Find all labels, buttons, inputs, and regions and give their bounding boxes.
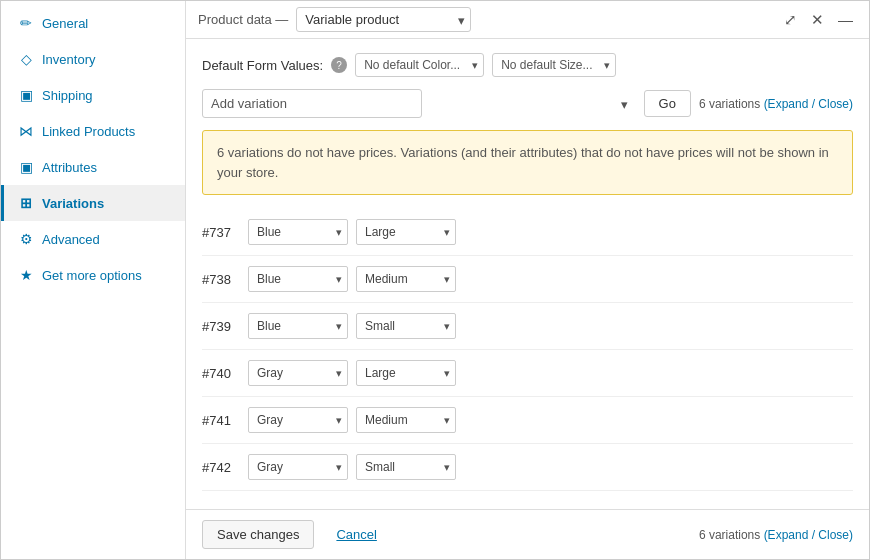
variations-count-top: 6 variations (Expand / Close) (699, 97, 853, 111)
warning-box: 6 variations do not have prices. Variati… (202, 130, 853, 195)
color-dropdown[interactable]: No default Color... Blue Gray (355, 53, 484, 77)
collapse-icon-btn[interactable]: — (834, 9, 857, 31)
warning-message: 6 variations do not have prices. Variati… (217, 145, 829, 180)
size-select[interactable]: LargeMediumSmall (356, 407, 456, 433)
variation-id: #740 (202, 366, 240, 381)
add-variation-select[interactable]: Add variation Create variations from all… (202, 89, 422, 118)
table-row: #738BlueGrayLargeMediumSmall (202, 256, 853, 303)
variation-id: #739 (202, 319, 240, 334)
sidebar-item-label: Variations (42, 196, 104, 211)
color-select-wrapper: BlueGray (248, 266, 348, 292)
size-select[interactable]: LargeMediumSmall (356, 266, 456, 292)
header-bar: Product data — Variable product Simple p… (186, 1, 869, 39)
sidebar: ✏ General ◇ Inventory ▣ Shipping ⋈ Linke… (1, 1, 186, 559)
variation-id: #738 (202, 272, 240, 287)
color-select[interactable]: BlueGray (248, 360, 348, 386)
sidebar-item-inventory[interactable]: ◇ Inventory (1, 41, 185, 77)
sidebar-item-general[interactable]: ✏ General (1, 5, 185, 41)
table-row: #737BlueGrayLargeMediumSmall (202, 209, 853, 256)
shipping-icon: ▣ (18, 87, 34, 103)
sidebar-item-label: Inventory (42, 52, 95, 67)
sidebar-item-attributes[interactable]: ▣ Attributes (1, 149, 185, 185)
go-button[interactable]: Go (644, 90, 691, 117)
color-select[interactable]: BlueGray (248, 454, 348, 480)
sidebar-item-get-more-options[interactable]: ★ Get more options (1, 257, 185, 293)
close-icon-btn[interactable]: ✕ (807, 9, 828, 31)
expand-close-bottom[interactable]: (Expand / Close) (764, 528, 853, 542)
sidebar-item-label: Linked Products (42, 124, 135, 139)
size-select[interactable]: LargeMediumSmall (356, 360, 456, 386)
default-form-values-label: Default Form Values: (202, 58, 323, 73)
product-type-wrapper: Variable product Simple product Grouped … (296, 7, 471, 32)
size-select[interactable]: LargeMediumSmall (356, 454, 456, 480)
sidebar-item-advanced[interactable]: ⚙ Advanced (1, 221, 185, 257)
main-panel: Product data — Variable product Simple p… (186, 1, 869, 559)
color-select-wrapper: BlueGray (248, 360, 348, 386)
size-select-wrapper: LargeMediumSmall (356, 360, 456, 386)
attributes-icon: ▣ (18, 159, 34, 175)
variation-id: #742 (202, 460, 240, 475)
sidebar-item-label: General (42, 16, 88, 31)
product-data-label: Product data — (198, 12, 288, 27)
size-dropdown-wrapper: No default Size... Large Medium Small (492, 53, 616, 77)
size-select-wrapper: LargeMediumSmall (356, 407, 456, 433)
size-dropdown[interactable]: No default Size... Large Medium Small (492, 53, 616, 77)
color-select-wrapper: BlueGray (248, 313, 348, 339)
variation-id: #737 (202, 225, 240, 240)
sidebar-item-linked-products[interactable]: ⋈ Linked Products (1, 113, 185, 149)
main-content: Default Form Values: ? No default Color.… (186, 39, 869, 509)
expand-icon-btn[interactable]: ⤢ (780, 9, 801, 31)
expand-close-top[interactable]: (Expand / Close) (764, 97, 853, 111)
variations-list: #737BlueGrayLargeMediumSmall#738BlueGray… (202, 209, 853, 491)
size-select[interactable]: LargeMediumSmall (356, 313, 456, 339)
save-changes-button[interactable]: Save changes (202, 520, 314, 549)
header-actions: ⤢ ✕ — (780, 9, 857, 31)
variations-icon: ⊞ (18, 195, 34, 211)
linked-products-icon: ⋈ (18, 123, 34, 139)
cancel-button[interactable]: Cancel (322, 521, 390, 548)
variation-id: #741 (202, 413, 240, 428)
size-select[interactable]: LargeMediumSmall (356, 219, 456, 245)
table-row: #740BlueGrayLargeMediumSmall (202, 350, 853, 397)
general-icon: ✏ (18, 15, 34, 31)
default-form-values-row: Default Form Values: ? No default Color.… (202, 53, 853, 77)
table-row: #741BlueGrayLargeMediumSmall (202, 397, 853, 444)
sidebar-item-label: Get more options (42, 268, 142, 283)
size-select-wrapper: LargeMediumSmall (356, 266, 456, 292)
sidebar-item-label: Advanced (42, 232, 100, 247)
footer: Save changes Cancel 6 variations (Expand… (186, 509, 869, 559)
sidebar-item-shipping[interactable]: ▣ Shipping (1, 77, 185, 113)
color-select[interactable]: BlueGray (248, 407, 348, 433)
product-type-select[interactable]: Variable product Simple product Grouped … (296, 7, 471, 32)
advanced-icon: ⚙ (18, 231, 34, 247)
color-select-wrapper: BlueGray (248, 219, 348, 245)
color-select[interactable]: BlueGray (248, 266, 348, 292)
color-dropdown-wrapper: No default Color... Blue Gray (355, 53, 484, 77)
sidebar-item-variations[interactable]: ⊞ Variations (1, 185, 185, 221)
color-select[interactable]: BlueGray (248, 219, 348, 245)
help-icon[interactable]: ? (331, 57, 347, 73)
get-more-options-icon: ★ (18, 267, 34, 283)
sidebar-item-label: Attributes (42, 160, 97, 175)
table-row: #739BlueGrayLargeMediumSmall (202, 303, 853, 350)
size-select-wrapper: LargeMediumSmall (356, 454, 456, 480)
size-select-wrapper: LargeMediumSmall (356, 313, 456, 339)
color-select[interactable]: BlueGray (248, 313, 348, 339)
add-variation-wrapper: Add variation Create variations from all… (202, 89, 636, 118)
color-select-wrapper: BlueGray (248, 407, 348, 433)
footer-variations-count: 6 variations (Expand / Close) (699, 528, 853, 542)
color-select-wrapper: BlueGray (248, 454, 348, 480)
add-variation-row: Add variation Create variations from all… (202, 89, 853, 118)
inventory-icon: ◇ (18, 51, 34, 67)
sidebar-item-label: Shipping (42, 88, 93, 103)
footer-actions: Save changes Cancel (202, 520, 391, 549)
size-select-wrapper: LargeMediumSmall (356, 219, 456, 245)
table-row: #742BlueGrayLargeMediumSmall (202, 444, 853, 491)
